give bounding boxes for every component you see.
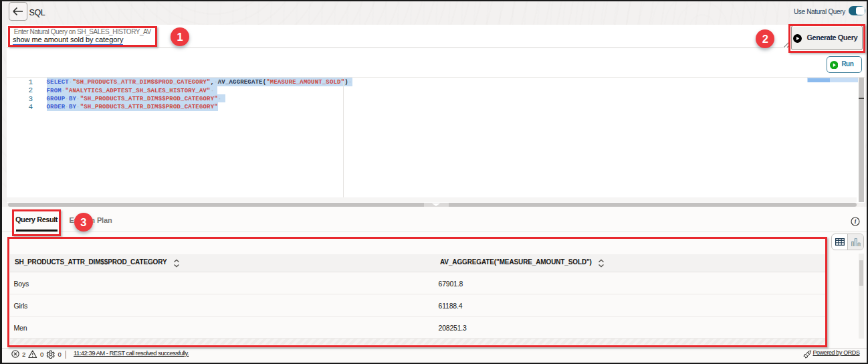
svg-text:i: i xyxy=(854,218,856,225)
